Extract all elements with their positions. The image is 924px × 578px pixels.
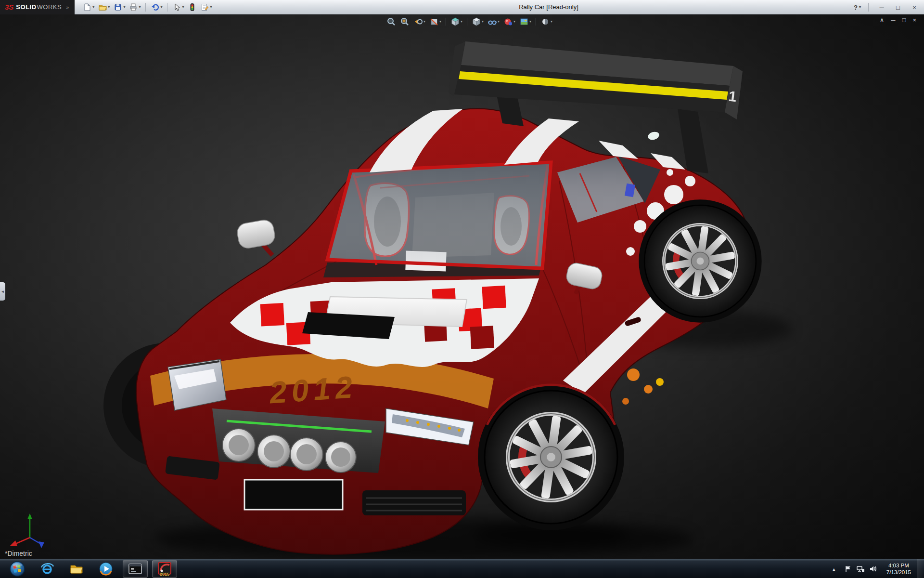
- feature-manager-collapsed-tab[interactable]: ◂: [0, 282, 5, 301]
- open-button[interactable]: ▾: [97, 1, 111, 13]
- command-prompt-button[interactable]: [123, 560, 148, 578]
- start-button[interactable]: [4, 560, 30, 578]
- rebuild-traffic-light-icon: [188, 3, 196, 12]
- previous-view-button[interactable]: ▾: [412, 16, 427, 27]
- view-orientation-cube-icon: [450, 17, 460, 26]
- dropdown-caret[interactable]: ▾: [482, 20, 484, 24]
- dropdown-caret[interactable]: ▾: [108, 5, 110, 9]
- file-properties-icon: [200, 3, 209, 12]
- file-properties-button[interactable]: ▾: [199, 1, 213, 13]
- view-orientation-button[interactable]: ▾: [449, 16, 464, 27]
- wheel-rear-right[interactable]: [639, 199, 761, 322]
- doc-restore-button[interactable]: □: [902, 16, 906, 24]
- toolbar-separator: [446, 18, 446, 26]
- collapse-pane-button[interactable]: ∧: [880, 16, 885, 24]
- tray-icons: [844, 565, 877, 573]
- windshield[interactable]: [327, 162, 551, 271]
- zoom-to-area-icon: [400, 17, 410, 26]
- windows-media-player-button[interactable]: [93, 560, 118, 578]
- hood-year-text: 2012: [268, 369, 359, 410]
- toolbar-separator: [536, 18, 536, 26]
- new-document-button[interactable]: ▾: [81, 1, 96, 13]
- view-settings-icon: [540, 17, 550, 26]
- select-cursor-icon: [172, 3, 181, 12]
- taskbar-clock[interactable]: 4:03 PM 7/13/2015: [886, 562, 911, 576]
- 3d-scene[interactable]: 2012: [0, 14, 924, 559]
- license-plate: [244, 480, 343, 510]
- display-style-button[interactable]: ▾: [470, 16, 485, 27]
- previous-view-icon: [413, 17, 423, 26]
- dropdown-caret[interactable]: ▾: [529, 20, 531, 24]
- heads-up-view-toolbar: ▾ ▾ ▾: [385, 16, 554, 27]
- apply-scene-icon: [519, 17, 529, 26]
- minimize-button[interactable]: ─: [876, 4, 887, 11]
- select-button[interactable]: ▾: [171, 1, 185, 13]
- dropdown-caret[interactable]: ▾: [182, 5, 184, 9]
- command-prompt-icon: [128, 562, 143, 576]
- rebuild-button[interactable]: [186, 1, 198, 13]
- internet-explorer-button[interactable]: [35, 560, 60, 578]
- dropdown-caret[interactable]: ▾: [210, 5, 212, 9]
- print-icon: [129, 3, 138, 12]
- brand-light: WORKS: [37, 3, 62, 11]
- print-button[interactable]: ▾: [128, 1, 142, 13]
- close-button[interactable]: ×: [909, 4, 920, 11]
- system-tray: ▴ 4:03 PM 7/13/2015: [828, 559, 924, 578]
- media-player-icon: [98, 561, 114, 577]
- brand-mark: 3S: [5, 3, 13, 11]
- dropdown-caret[interactable]: ▾: [439, 20, 441, 24]
- hide-show-items-button[interactable]: ▾: [486, 16, 501, 27]
- toolbar-separator: [145, 3, 146, 12]
- dropdown-caret[interactable]: ▾: [498, 20, 500, 24]
- save-button[interactable]: ▾: [112, 1, 127, 13]
- zoom-to-area-button[interactable]: [398, 16, 411, 27]
- windows-taskbar: 2015 ▴ 4:03: [0, 559, 924, 578]
- windows-explorer-button[interactable]: [64, 560, 89, 578]
- view-settings-button[interactable]: ▾: [539, 16, 554, 27]
- document-window-controls: ∧ ─ □ ×: [880, 16, 916, 24]
- edit-appearance-button[interactable]: ▾: [502, 16, 517, 27]
- new-document-icon: [83, 3, 91, 12]
- action-center-flag-icon[interactable]: [844, 565, 852, 573]
- hide-show-eyeglasses-icon: [488, 17, 497, 26]
- dropdown-caret[interactable]: ▾: [123, 5, 125, 9]
- solidworks-2015-button[interactable]: 2015: [152, 560, 177, 578]
- graphics-area[interactable]: 2012: [0, 14, 924, 559]
- view-orientation-label: *Dimetric: [5, 550, 32, 557]
- network-icon[interactable]: [856, 565, 865, 573]
- dropdown-caret[interactable]: ▾: [551, 20, 552, 24]
- logo-chevron: »: [66, 4, 69, 10]
- window-title: Rally Car [Read-only]: [519, 3, 578, 11]
- title-bar: 3S SOLID WORKS » ▾ ▾: [0, 0, 924, 14]
- doc-minimize-button[interactable]: ─: [891, 16, 895, 24]
- maximize-button[interactable]: □: [892, 4, 904, 11]
- dropdown-caret[interactable]: ▾: [139, 5, 141, 9]
- apply-scene-button[interactable]: ▾: [518, 16, 533, 27]
- show-hidden-icons-button[interactable]: ▴: [828, 566, 840, 572]
- feature-tab-arrow-icon: ◂: [1, 289, 4, 294]
- dropdown-caret[interactable]: ▾: [513, 20, 515, 24]
- undo-arrow-icon: [151, 3, 159, 12]
- dropdown-caret[interactable]: ▾: [160, 5, 162, 9]
- save-floppy-icon: [114, 3, 122, 12]
- solidworks-window: 3S SOLID WORKS » ▾ ▾: [0, 0, 924, 578]
- section-view-icon: [429, 17, 439, 26]
- dropdown-caret[interactable]: ▾: [461, 20, 462, 24]
- section-view-button[interactable]: ▾: [428, 16, 443, 27]
- dropdown-caret[interactable]: ▾: [859, 5, 861, 9]
- windows-start-orb-icon: [9, 561, 26, 577]
- dropdown-caret[interactable]: ▾: [92, 5, 94, 9]
- open-folder-icon: [98, 3, 107, 12]
- toolbar-separator: [868, 3, 869, 12]
- display-style-icon: [472, 17, 481, 26]
- solidworks-version-badge: 2015: [153, 572, 177, 577]
- show-desktop-button[interactable]: [917, 559, 924, 578]
- zoom-to-fit-button[interactable]: [385, 16, 398, 27]
- clock-date: 7/13/2015: [886, 569, 911, 576]
- undo-button[interactable]: ▾: [149, 1, 164, 13]
- help-button[interactable]: ? ▾: [854, 4, 861, 11]
- doc-close-button[interactable]: ×: [912, 16, 916, 24]
- volume-icon[interactable]: [869, 565, 877, 573]
- dropdown-caret[interactable]: ▾: [424, 20, 425, 24]
- edit-appearance-ball-icon: [503, 17, 513, 26]
